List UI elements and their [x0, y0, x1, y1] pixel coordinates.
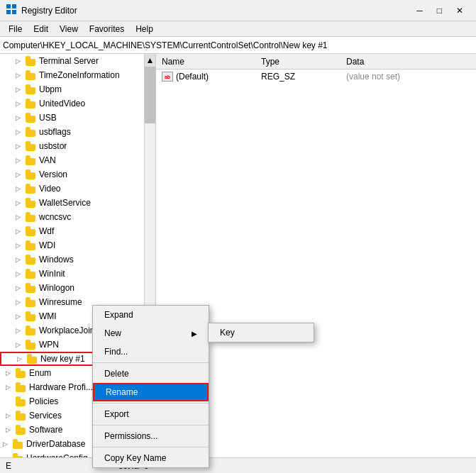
reg-value-icon: ab: [162, 72, 173, 82]
window-close[interactable]: ✕: [449, 6, 470, 16]
folder-icon: [26, 70, 37, 80]
tree-label: usbstor: [39, 141, 67, 151]
folder-icon: [26, 226, 37, 236]
status-bar: E: [0, 457, 476, 473]
tree-item-winlogon[interactable]: ▷ Winlogon: [0, 281, 155, 295]
expand-icon: ▷: [16, 128, 26, 135]
tree-item-wininit[interactable]: ▷ WinInit: [0, 267, 155, 281]
app-title: Registry Editor: [21, 6, 77, 16]
folder-icon: [26, 184, 37, 194]
expand-icon: ▷: [16, 157, 26, 164]
tree-item-wdf[interactable]: ▷ Wdf: [0, 224, 155, 238]
ctx-copy-key[interactable]: Copy Key Name: [93, 449, 209, 467]
menu-bar: File Edit View Favorites Help: [0, 21, 476, 37]
tree-label: DriverDatabase: [26, 439, 85, 449]
address-bar: Computer\HKEY_LOCAL_MACHINE\SYSTEM\Curre…: [0, 37, 476, 54]
ctx-new[interactable]: New ▶: [93, 324, 209, 343]
folder-icon: [26, 340, 37, 350]
svg-rect-3: [12, 10, 16, 14]
menu-edit[interactable]: Edit: [28, 23, 54, 35]
folder-icon: [13, 439, 24, 449]
expand-icon: ▷: [16, 72, 26, 79]
tree-item-usbflags[interactable]: ▷ usbflags: [0, 125, 155, 139]
ctx-rename[interactable]: Rename: [93, 383, 209, 401]
tree-item-wcncsvc[interactable]: ▷ wcncsvc: [0, 210, 155, 224]
ctx-find[interactable]: Find...: [93, 343, 209, 361]
scroll-thumb[interactable]: [145, 67, 155, 123]
menu-file[interactable]: File: [3, 23, 28, 35]
folder-icon: [27, 354, 38, 364]
app-icon: [6, 4, 17, 17]
folder-icon: [26, 141, 37, 151]
tree-item-video[interactable]: ▷ Video: [0, 182, 155, 196]
folder-icon: [26, 84, 37, 94]
expand-icon: ▷: [16, 327, 26, 334]
col-header-name: Name: [156, 57, 255, 67]
tree-label: Windows: [39, 255, 74, 265]
tree-item-van[interactable]: ▷ VAN: [0, 153, 155, 167]
ctx-expand[interactable]: Expand: [93, 306, 209, 324]
folder-icon: [26, 311, 37, 321]
ctx-delete[interactable]: Delete: [93, 365, 209, 383]
tree-label: Software: [29, 425, 62, 435]
tree-label: Services: [29, 411, 62, 421]
tree-label: Winresume: [39, 297, 82, 307]
tree-item-usbstor[interactable]: ▷ usbstor: [0, 139, 155, 153]
expand-icon: ▷: [16, 228, 26, 235]
col-header-type: Type: [255, 57, 341, 67]
folder-icon: [26, 212, 37, 222]
expand-icon: ▷: [16, 213, 26, 221]
tree-label: WPN: [39, 340, 59, 350]
expand-icon: ▷: [6, 369, 16, 377]
tree-label: WMI: [39, 311, 57, 321]
ctx-separator-4: [93, 447, 209, 447]
svg-rect-2: [6, 10, 11, 14]
tree-item-terminalserver[interactable]: ▷ Terminal Server: [0, 54, 155, 68]
tree-item-ubpm[interactable]: ▷ Ubpm: [0, 82, 155, 96]
expand-icon: ▷: [16, 114, 26, 121]
svg-rect-1: [12, 4, 16, 9]
window-minimize[interactable]: ─: [409, 6, 430, 16]
tree-item-version[interactable]: ▷ Version: [0, 167, 155, 182]
tree-item-timezone[interactable]: ▷ TimeZoneInformation: [0, 68, 155, 82]
expand-icon: ▷: [16, 143, 26, 150]
expand-icon: ▷: [16, 313, 26, 320]
expand-icon: ▷: [17, 355, 27, 362]
tree-item-walletservice[interactable]: ▷ WalletService: [0, 196, 155, 210]
tree-label: Version: [39, 169, 67, 179]
tree-label: wcncsvc: [39, 212, 71, 222]
tree-item-wdi[interactable]: ▷ WDI: [0, 238, 155, 252]
menu-favorites[interactable]: Favorites: [84, 23, 130, 35]
ctx-permissions[interactable]: Permissions...: [93, 427, 209, 445]
tree-label: USB: [39, 113, 57, 123]
scroll-up[interactable]: ▲: [145, 54, 155, 67]
tree-item-usb[interactable]: ▷ USB: [0, 111, 155, 125]
folder-icon: [26, 56, 37, 66]
tree-label: Wdf: [39, 226, 54, 236]
tree-label: UnitedVideo: [39, 99, 85, 108]
expand-icon: ▷: [16, 242, 26, 249]
expand-icon: ▷: [6, 384, 16, 391]
menu-help[interactable]: Help: [130, 23, 159, 35]
menu-view[interactable]: View: [54, 23, 84, 35]
expand-icon: ▷: [16, 86, 26, 93]
folder-icon: [26, 269, 37, 279]
folder-icon: [26, 155, 37, 165]
tree-item-unitedvideo[interactable]: ▷ UnitedVideo: [0, 96, 155, 111]
expand-icon: ▷: [16, 171, 26, 178]
submenu-new-key[interactable]: Key: [209, 323, 314, 342]
expand-icon: ▷: [16, 100, 26, 107]
folder-icon: [26, 169, 37, 179]
tree-label: Winlogon: [39, 283, 74, 293]
expand-icon: ▷: [3, 440, 13, 447]
expand-icon: ▷: [16, 299, 26, 306]
data-row-default[interactable]: ab (Default) REG_SZ (value not set): [156, 69, 476, 84]
ctx-export[interactable]: Export: [93, 405, 209, 423]
tree-label: Enum: [29, 368, 51, 378]
ctx-separator-2: [93, 403, 209, 404]
window-maximize[interactable]: □: [430, 6, 449, 16]
folder-icon: [16, 382, 27, 392]
folder-icon: [26, 113, 37, 123]
tree-item-windows[interactable]: ▷ Windows: [0, 252, 155, 267]
ctx-separator-1: [93, 362, 209, 363]
